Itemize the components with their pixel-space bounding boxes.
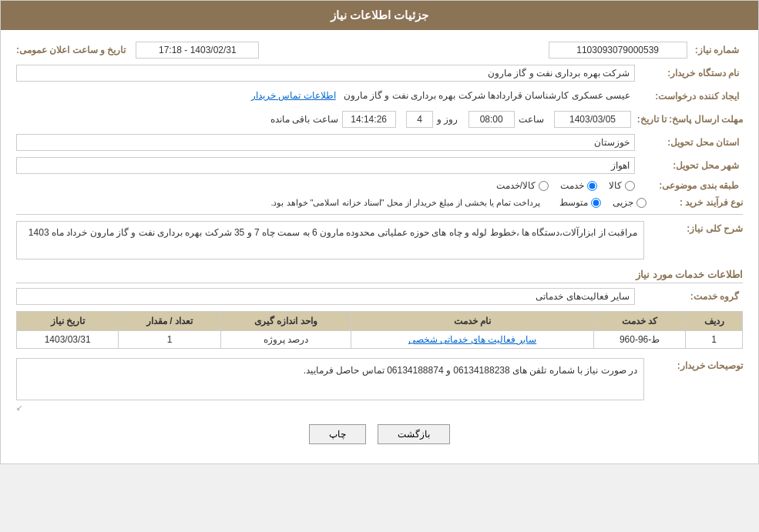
tabaqe-kala-khedmat-label: کالا/خدمت — [496, 180, 536, 191]
tabaqe-label: طبقه بندی موضوعی: — [635, 180, 743, 191]
sharh-row: شرح کلی نیاز: مراقبت از ابزارآلات،دستگاه… — [16, 221, 743, 259]
tabaqe-khedmat-item: خدمت — [560, 180, 597, 191]
mohlat-saat-baqi-label: ساعت باقی مانده — [270, 114, 338, 125]
page-header: جزئیات اطلاعات نیاز — [1, 1, 758, 30]
ijad-konande-value: عیسی عسکری کارشناسان قراردادها شرکت بهره… — [16, 88, 635, 105]
table-cell-0: 1 — [686, 331, 743, 349]
mohlat-saat: 08:00 — [468, 111, 515, 128]
farayand-motevaset-radio[interactable] — [591, 198, 601, 208]
tarikh-value: 1403/02/31 - 17:18 — [136, 42, 259, 59]
ijad-konande-row: ایجاد کننده درخواست: عیسی عسکری کارشناسا… — [16, 88, 743, 105]
toseeh-section: توصیحات خریدار: در صورت نیاز با شماره تل… — [16, 358, 743, 413]
farayand-jozvi-label: جزیی — [613, 197, 633, 208]
toseeh-label: توصیحات خریدار: — [650, 358, 743, 371]
services-table: ردیف کد خدمت نام خدمت واحد اندازه گیری ت… — [16, 311, 743, 349]
noe-farayand-label: نوع فرآیند خرید : — [650, 197, 743, 208]
mohlat-roz-label: روز و — [437, 114, 458, 125]
ijad-konande-label: ایجاد کننده درخواست: — [635, 91, 743, 102]
col-tedad: تعداد / مقدار — [119, 312, 220, 331]
nam-dastgah-value: شرکت بهره برداری نفت و گاز مارون — [16, 65, 635, 82]
back-button[interactable]: بازگشت — [378, 424, 450, 444]
group-khedmat-row: گروه خدمت: سایر فعالیت‌های خدماتی — [16, 288, 743, 305]
farayand-motevaset-label: متوسط — [559, 197, 588, 208]
shahr-label: شهر محل تحویل: — [635, 160, 743, 171]
farayand-jozvi-radio[interactable] — [636, 198, 646, 208]
table-cell-4: 1 — [119, 331, 220, 349]
col-kod: کد خدمت — [593, 312, 685, 331]
tabaqe-kala-khedmat-radio[interactable] — [539, 181, 549, 191]
tabaqe-kala-khedmat-item: کالا/خدمت — [496, 180, 549, 191]
table-row: 1ط-96-960سایر فعالیت های خدماتی شخصیدرصد… — [17, 331, 743, 349]
sharh-text: مراقبت از ابزارآلات،دستگاه ها ،خطوط لوله… — [16, 221, 644, 259]
col-radif: ردیف — [686, 312, 743, 331]
page-title: جزئیات اطلاعات نیاز — [331, 8, 428, 22]
tabaqe-radio-group: کالا خدمت کالا/خدمت — [496, 180, 635, 191]
tabaqe-row: طبقه بندی موضوعی: کالا خدمت کالا/خدمت — [16, 180, 743, 191]
tabaqe-khedmat-label: خدمت — [560, 180, 584, 191]
sharh-label: شرح کلی نیاز: — [650, 221, 743, 234]
toseeh-container: در صورت نیاز با شماره تلفن های 061341882… — [16, 358, 644, 413]
toseeh-text: در صورت نیاز با شماره تلفن های 061341882… — [16, 358, 644, 400]
noe-farayand-note: پرداخت تمام یا بخشی از مبلغ خریدار از مح… — [16, 198, 540, 208]
ostan-label: استان محل تحویل: — [635, 137, 743, 148]
ettelaat-tamas-link[interactable]: اطلاعات تماس خریدار — [251, 90, 336, 101]
mohlat-saat-label: ساعت — [519, 114, 544, 125]
shomara-niyaz-value: 1103093079000539 — [549, 42, 687, 59]
tabaqe-khedmat-radio[interactable] — [587, 181, 597, 191]
table-header-row: ردیف کد خدمت نام خدمت واحد اندازه گیری ت… — [17, 312, 743, 331]
shomara-niyaz-label: شماره نیاز: — [695, 45, 743, 55]
nam-dastgah-label: نام دستگاه خریدار: — [635, 68, 743, 79]
table-cell-5: 1403/03/31 — [17, 331, 119, 349]
group-khedmat-value: سایر فعالیت‌های خدماتی — [16, 288, 635, 305]
table-cell-3: درصد پروژه — [220, 331, 351, 349]
noe-farayand-radio-group: جزیی متوسط — [559, 197, 646, 208]
table-cell-2: سایر فعالیت های خدماتی شخصی — [351, 331, 594, 349]
nam-dastgah-row: نام دستگاه خریدار: شرکت بهره برداری نفت … — [16, 65, 743, 82]
main-content: شماره نیاز: 1103093079000539 1403/02/31 … — [1, 30, 758, 463]
tabaqe-kala-label: کالا — [609, 180, 622, 191]
tarikh-label: تاریخ و ساعت اعلان عمومی: — [16, 45, 129, 55]
farayand-jozvi-item: جزیی — [613, 197, 646, 208]
mohlat-row: مهلت ارسال پاسخ: تا تاریخ: 1403/03/05 سا… — [16, 111, 743, 128]
page-container: جزئیات اطلاعات نیاز شماره نیاز: 11030930… — [0, 0, 759, 464]
tabaqe-kala-item: کالا — [609, 180, 635, 191]
table-cell-1: ط-96-960 — [593, 331, 685, 349]
mohlat-roz: 4 — [406, 111, 433, 128]
mohlat-saat-baqi: 14:14:26 — [342, 111, 396, 128]
col-vahed: واحد اندازه گیری — [220, 312, 351, 331]
col-nam: نام خدمت — [351, 312, 594, 331]
mohlat-tarikh: 1403/03/05 — [554, 111, 631, 128]
shahr-value: اهواز — [16, 157, 635, 174]
button-row: بازگشت چاپ — [16, 424, 743, 444]
ostan-row: استان محل تحویل: خوزستان — [16, 134, 743, 151]
divider-1 — [16, 214, 743, 215]
resize-icon: ↙ — [16, 403, 22, 412]
col-tarikh: تاریخ نیاز — [17, 312, 119, 331]
ostan-value: خوزستان — [16, 134, 635, 151]
mohlat-label: مهلت ارسال پاسخ: تا تاریخ: — [635, 114, 743, 125]
group-khedmat-label: گروه خدمت: — [635, 291, 743, 302]
shomara-tarikh-row: شماره نیاز: 1103093079000539 1403/02/31 … — [16, 42, 743, 59]
farayand-motevaset-item: متوسط — [559, 197, 601, 208]
shahr-row: شهر محل تحویل: اهواز — [16, 157, 743, 174]
ettelaat-section-header: اطلاعات خدمات مورد نیاز — [16, 269, 743, 283]
print-button[interactable]: چاپ — [309, 424, 366, 444]
toseeh-row: توصیحات خریدار: در صورت نیاز با شماره تل… — [16, 358, 743, 413]
noe-farayand-row: نوع فرآیند خرید : جزیی متوسط پرداخت تمام… — [16, 197, 743, 208]
tabaqe-kala-radio[interactable] — [625, 181, 635, 191]
